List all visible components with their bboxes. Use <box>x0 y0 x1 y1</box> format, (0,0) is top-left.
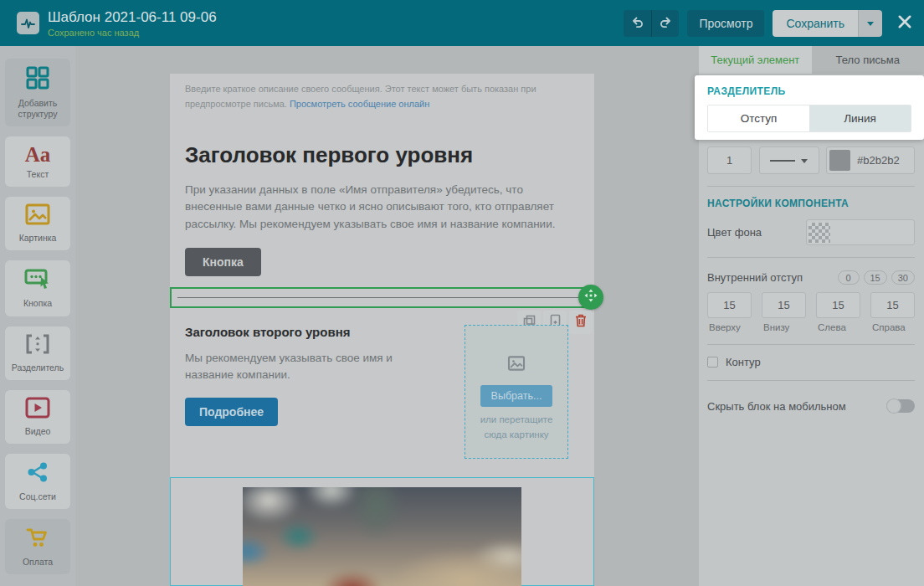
sidebar-item-label: Разделитель <box>12 362 64 373</box>
settings-panel: Текущий элемент Тело письма РАЗДЕЛИТЕЛЬ … <box>699 46 924 586</box>
padding-bottom-label: Внизу <box>762 322 806 332</box>
close-icon <box>897 14 912 32</box>
email-template-editor: Шаблон 2021-06-11 09-06 Сохранено час на… <box>0 0 924 586</box>
sidebar-item-social[interactable]: Соц.сети <box>5 454 70 509</box>
sidebar-item-divider[interactable]: Разделитель <box>5 326 70 380</box>
line-style-select[interactable] <box>759 146 819 174</box>
padding-preset-0[interactable]: 0 <box>838 270 860 285</box>
line-color-picker[interactable]: #b2b2b2 <box>826 146 915 174</box>
color-hex-value: #b2b2b2 <box>857 154 900 167</box>
paragraph2-block[interactable]: Мы рекомендуем указывать свое имя и назв… <box>185 350 440 384</box>
choose-image-button[interactable]: Выбрать... <box>480 385 553 407</box>
padding-top-input[interactable] <box>707 292 752 318</box>
sidebar-item-video[interactable]: Видео <box>5 390 70 444</box>
padding-bottom-cell: Внизу <box>762 292 806 332</box>
text-aa-icon: Aa <box>25 144 51 165</box>
undo-icon <box>631 16 644 31</box>
padding-right-input[interactable] <box>870 292 915 318</box>
image-icon <box>25 203 50 229</box>
divider-line <box>707 186 915 187</box>
preview-button[interactable]: Просмотр <box>687 10 764 37</box>
tab-line[interactable]: Линия <box>809 105 911 131</box>
save-status: Сохранено час назад <box>48 28 217 38</box>
transparent-swatch <box>808 223 830 243</box>
background-color-label: Цвет фона <box>707 226 762 239</box>
cart-icon <box>25 526 50 553</box>
save-split-button: Сохранить <box>773 10 882 37</box>
padding-label: Внутренний отступ <box>707 271 803 284</box>
drag-handle[interactable] <box>578 285 603 310</box>
email-preview: Введите краткое описание своего сообщени… <box>170 74 594 586</box>
padding-left-input[interactable] <box>816 292 860 318</box>
divider-mode-tabs: Отступ Линия <box>707 105 911 132</box>
books-photo-image <box>243 487 521 586</box>
books-photo[interactable] <box>243 487 521 586</box>
close-button[interactable] <box>897 14 912 32</box>
selected-image-structure[interactable] <box>170 477 594 586</box>
delete-button[interactable] <box>569 311 593 334</box>
more-button[interactable]: Подробнее <box>185 398 278 426</box>
template-title-block: Шаблон 2021-06-11 09-06 Сохранено час на… <box>48 9 217 38</box>
padding-preset-15[interactable]: 15 <box>864 270 887 285</box>
sidebar-item-button[interactable]: Кнопка <box>5 260 70 316</box>
preheader-block[interactable]: Введите краткое описание своего сообщени… <box>170 74 594 111</box>
undo-button[interactable] <box>624 10 651 37</box>
tab-current-element[interactable]: Текущий элемент <box>699 46 812 74</box>
trash-icon <box>575 314 587 330</box>
paragraph1-block[interactable]: При указании данных в поле «Имя отправит… <box>185 182 562 233</box>
padding-inputs-row: Вверху Внизу Слева Справа <box>707 292 915 332</box>
line-width-input[interactable] <box>707 146 752 174</box>
padding-preset-30[interactable]: 30 <box>891 270 915 285</box>
sidebar-item-label: Видео <box>25 426 51 437</box>
color-swatch <box>829 150 850 171</box>
email-button[interactable]: Кнопка <box>185 248 261 276</box>
background-color-picker[interactable] <box>806 219 915 245</box>
sidebar-item-label: Оплата <box>23 557 53 568</box>
view-online-link[interactable]: Просмотреть сообщение онлайн <box>290 99 429 109</box>
sidebar-item-payment[interactable]: Оплата <box>5 519 70 574</box>
sidebar-item-add-structure[interactable]: Добавить структуру <box>5 59 70 126</box>
line-style-preview <box>770 160 795 162</box>
redo-icon <box>659 16 672 31</box>
panel-tabs: Текущий элемент Тело письма <box>699 46 924 74</box>
divider-settings-spotlight: РАЗДЕЛИТЕЛЬ Отступ Линия <box>695 75 924 140</box>
tab-indent[interactable]: Отступ <box>708 105 809 131</box>
redo-button[interactable] <box>651 10 679 37</box>
divider-line <box>707 380 915 381</box>
selected-divider-element[interactable] <box>170 287 594 308</box>
padding-right-cell: Справа <box>870 292 915 332</box>
hide-on-mobile-toggle[interactable] <box>886 399 915 413</box>
two-column-structure: Заголовок второго уровня Мы рекомендуем … <box>170 308 594 475</box>
toggle-knob <box>886 398 901 414</box>
element-type-title: РАЗДЕЛИТЕЛЬ <box>707 85 911 97</box>
template-title: Шаблон 2021-06-11 09-06 <box>48 9 217 26</box>
padding-presets: 0 15 30 <box>838 270 916 285</box>
placeholder-hint: или перетащите сюда картинку <box>475 413 558 443</box>
sidebar-item-image[interactable]: Картинка <box>5 197 70 250</box>
hide-on-mobile-label: Скрыть блок на мобильном <box>707 400 846 413</box>
heading1-block[interactable]: Заголовок первого уровня <box>185 142 579 168</box>
sidebar-item-label: Добавить структуру <box>7 98 69 120</box>
share-icon <box>26 460 49 487</box>
tab-email-body[interactable]: Тело письма <box>812 46 924 74</box>
padding-right-label: Справа <box>870 322 915 332</box>
image-icon <box>507 356 526 374</box>
divider-icon <box>24 333 51 358</box>
save-dropdown-button[interactable] <box>858 10 882 37</box>
sidebar-item-label: Кнопка <box>23 298 52 309</box>
chevron-down-icon <box>867 22 874 29</box>
padding-bottom-input[interactable] <box>762 292 806 318</box>
outline-checkbox[interactable] <box>707 357 718 368</box>
divider-line <box>707 257 915 258</box>
save-button[interactable]: Сохранить <box>773 10 858 37</box>
outline-label: Контур <box>726 356 761 368</box>
grid-icon <box>25 65 50 94</box>
chevron-down-icon <box>801 159 808 167</box>
padding-left-cell: Слева <box>816 292 860 332</box>
sidebar-item-text[interactable]: Aa Текст <box>5 136 70 187</box>
divider-line <box>177 297 587 298</box>
image-placeholder[interactable]: Выбрать... или перетащите сюда картинку <box>465 325 568 459</box>
line-settings-row: #b2b2b2 <box>707 146 915 174</box>
app-logo-pulse-icon[interactable] <box>17 12 39 34</box>
undo-redo-group <box>624 10 679 37</box>
